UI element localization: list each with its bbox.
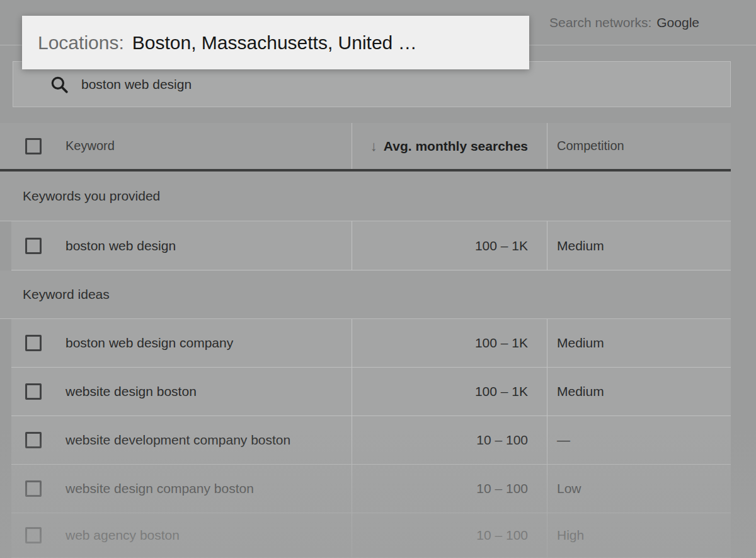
keyword-cell: website development company boston	[66, 416, 290, 464]
column-divider	[547, 221, 547, 270]
column-header-avg-monthly-searches[interactable]: ↓ Avg. monthly searches	[352, 123, 547, 169]
competition-cell: —	[557, 416, 570, 464]
avg-searches-cell: 100 – 1K	[352, 221, 547, 270]
row-checkbox[interactable]	[25, 480, 42, 497]
keyword-cell: boston web design	[66, 221, 176, 270]
section-header-keyword-ideas: Keyword ideas	[0, 270, 731, 319]
avg-searches-cell: 10 – 100	[352, 416, 547, 464]
search-query-text: boston web design	[81, 77, 192, 92]
search-networks-setting[interactable]: Search networks: Google	[549, 0, 699, 45]
keyword-planner-page: Search networks: Google boston web desig…	[0, 0, 756, 558]
column-divider	[547, 319, 547, 367]
keyword-cell: web agency boston	[66, 513, 180, 557]
locations-setting-callout[interactable]: Locations: Boston, Massachusetts, United…	[22, 16, 529, 69]
competition-cell: High	[557, 513, 584, 557]
row-checkbox[interactable]	[25, 238, 42, 254]
competition-cell: Medium	[557, 319, 604, 367]
section-label: Keywords you provided	[23, 171, 160, 221]
keyword-cell: boston web design company	[66, 319, 233, 367]
column-divider	[547, 465, 547, 513]
row-checkbox[interactable]	[25, 527, 42, 543]
column-divider	[352, 465, 352, 513]
column-divider	[352, 221, 352, 270]
column-divider	[547, 368, 547, 416]
table-row: web agency boston 10 – 100 High	[11, 513, 731, 558]
section-label: Keyword ideas	[23, 270, 110, 318]
column-divider	[352, 513, 352, 557]
search-networks-value: Google	[656, 15, 699, 30]
keyword-cell: website design company boston	[66, 465, 254, 513]
column-divider	[352, 123, 352, 169]
column-divider	[547, 416, 547, 464]
table-row: website design company boston 10 – 100 L…	[11, 465, 731, 513]
row-checkbox[interactable]	[25, 335, 42, 351]
keyword-cell: website design boston	[66, 368, 197, 416]
avg-searches-cell: 100 – 1K	[352, 368, 547, 416]
row-checkbox[interactable]	[25, 383, 42, 400]
column-header-keyword[interactable]: Keyword	[66, 123, 115, 169]
column-divider	[547, 123, 547, 169]
locations-label: Locations:	[38, 32, 124, 54]
search-networks-label: Search networks:	[549, 15, 651, 30]
column-divider	[352, 319, 352, 367]
column-divider	[547, 513, 547, 557]
avg-searches-cell: 10 – 100	[352, 465, 547, 513]
column-divider	[352, 416, 352, 464]
row-checkbox[interactable]	[25, 432, 42, 448]
avg-searches-cell: 100 – 1K	[352, 319, 547, 367]
avg-monthly-searches-label: Avg. monthly searches	[384, 139, 528, 154]
column-header-competition[interactable]: Competition	[557, 123, 624, 169]
competition-cell: Low	[557, 465, 581, 513]
section-header-keywords-you-provided: Keywords you provided	[0, 171, 731, 221]
locations-value: Boston, Massachusetts, United …	[132, 32, 417, 54]
table-header-row: Keyword ↓ Avg. monthly searches Competit…	[0, 123, 731, 171]
table-row: website development company boston 10 – …	[11, 416, 731, 465]
sort-desc-icon: ↓	[370, 138, 377, 154]
competition-cell: Medium	[557, 368, 604, 416]
select-all-checkbox[interactable]	[25, 138, 42, 154]
table-row: boston web design 100 – 1K Medium	[11, 221, 731, 270]
table-row: website design boston 100 – 1K Medium	[11, 368, 731, 416]
avg-searches-cell: 10 – 100	[352, 513, 547, 557]
table-row: boston web design company 100 – 1K Mediu…	[11, 319, 731, 368]
competition-cell: Medium	[557, 221, 604, 270]
search-icon	[50, 75, 69, 94]
column-divider	[352, 368, 352, 416]
